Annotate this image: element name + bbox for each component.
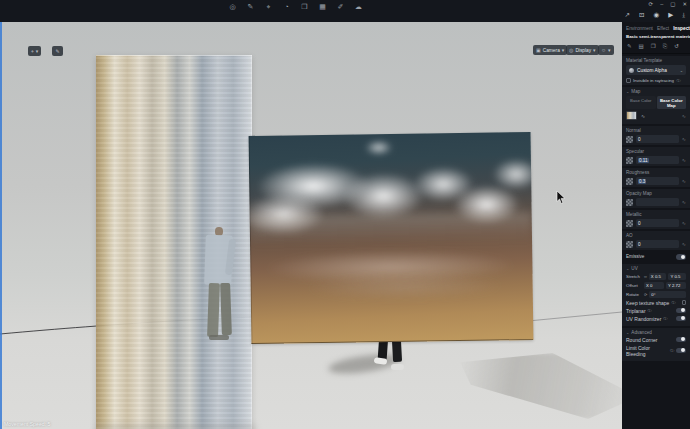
walkthrough-dropdown[interactable]: ☺ ▾ — [598, 45, 614, 55]
map-section-header[interactable]: ⌄ Map — [626, 89, 686, 94]
uv-randomizer-toggle[interactable] — [676, 316, 686, 322]
sync-icon[interactable]: ⟳ — [649, 1, 654, 8]
invisible-raytracing-checkbox[interactable] — [626, 78, 631, 83]
advanced-card: ⌄ Advanced Round Corner Limit Color Blee… — [622, 328, 690, 361]
pen-tool-icon[interactable]: ✎ — [246, 3, 255, 11]
orbit-tool-icon[interactable]: ◔ — [282, 3, 291, 11]
info-icon[interactable]: ⓘ — [648, 308, 652, 313]
stretch-label: Stretch — [626, 274, 642, 279]
tab-environment[interactable]: Environment — [626, 26, 653, 31]
close-button[interactable]: ✕ — [682, 1, 687, 8]
tab-effect[interactable]: Effect — [657, 26, 669, 31]
metallic-value-field[interactable]: 0 — [636, 219, 679, 227]
uv-randomizer-label: UV Randomizer — [626, 316, 661, 322]
minimize-button[interactable]: – — [660, 1, 663, 8]
material-template-dropdown[interactable]: Custom Alpha ⌄ — [626, 65, 686, 75]
uv-header-label: UV — [631, 266, 637, 271]
cloud-sync-icon[interactable]: ☁ — [354, 3, 363, 11]
package-icon[interactable]: ⊡ — [639, 11, 644, 19]
emissive-toggle[interactable] — [676, 254, 686, 260]
info-icon[interactable]: ⓘ — [677, 78, 681, 83]
texture-slot-icon[interactable] — [626, 220, 633, 227]
light-tool-icon[interactable]: ◎ — [228, 3, 237, 11]
material-template-label: Material Template — [626, 58, 686, 63]
render-image-icon[interactable]: ◉ — [653, 11, 659, 19]
picker-icon[interactable]: ✎ — [627, 43, 632, 50]
stretch-x-field[interactable]: X 0.5 — [649, 273, 667, 280]
adjust-icon[interactable]: ∿ — [682, 178, 686, 184]
info-icon[interactable]: ⓘ — [670, 348, 674, 353]
sky-texture-plane[interactable] — [249, 132, 534, 344]
rotate-row: Rotate ⟳ 0° — [626, 291, 686, 298]
copy-tool-icon[interactable]: ❐ — [300, 3, 309, 11]
round-corner-toggle[interactable] — [676, 337, 686, 343]
tab-base-color-map[interactable]: Base Color Map — [657, 96, 687, 109]
adjust-icon[interactable]: ∿ — [682, 113, 686, 119]
specular-label: Specular — [626, 149, 686, 154]
node-link-icon[interactable]: ∿ — [641, 113, 645, 119]
ao-value-field[interactable]: 0 — [636, 240, 679, 248]
limit-color-bleeding-toggle[interactable] — [676, 348, 686, 354]
inspector-panel: Environment Effect Inspector ↯ Basic sem… — [622, 22, 690, 429]
rotate-value-field[interactable]: 0° — [649, 291, 686, 298]
target-tool-icon[interactable]: ⌖ — [264, 3, 273, 11]
adjust-icon[interactable]: ∿ — [682, 136, 686, 142]
specular-slot: Specular 0.11 ∿ — [622, 147, 690, 166]
adjust-icon[interactable]: ∿ — [682, 157, 686, 163]
offset-label: Offset — [626, 283, 642, 288]
export-icon[interactable]: ↗ — [625, 11, 630, 19]
adjust-icon[interactable]: ∿ — [682, 241, 686, 247]
standing-man-figure[interactable] — [196, 227, 252, 359]
texture-slot-icon[interactable] — [626, 136, 633, 143]
edit-mode-button[interactable]: ✎ — [52, 46, 63, 56]
display-dropdown[interactable]: ◎ Display ▾ — [566, 45, 599, 55]
normal-value-field[interactable]: 0 — [636, 135, 679, 143]
display-label: Display — [575, 48, 591, 53]
normal-slot: Normal 0 ∿ — [622, 126, 690, 145]
keep-texture-shape-checkbox[interactable] — [682, 300, 687, 305]
link-icon[interactable]: ∞ — [644, 274, 647, 279]
roughness-value-field[interactable]: 0.3 — [636, 177, 679, 185]
offset-x-field[interactable]: X 0 — [644, 282, 664, 289]
action-icons: ↗ ⊡ ◉ ▶ ⤓ — [625, 11, 685, 19]
texture-slot-icon[interactable] — [626, 157, 633, 164]
opacity-value-field[interactable] — [636, 198, 679, 206]
adjust-icon[interactable]: ∿ — [682, 220, 686, 226]
maximize-button[interactable]: ▢ — [670, 1, 675, 8]
triplanar-toggle[interactable] — [676, 308, 686, 314]
viewport-canvas[interactable]: ⌖ ▾ ✎ ▣ Camera ▾ ◎ Display ▾ ☺ ▾ Movemen… — [0, 22, 622, 429]
advanced-section-header[interactable]: ⌄ Advanced — [626, 330, 686, 335]
figure-leg — [207, 283, 220, 337]
texture-slot-icon[interactable] — [626, 199, 633, 206]
stretch-y-field[interactable]: Y 0.5 — [668, 273, 686, 280]
adjust-icon[interactable]: ∿ — [682, 199, 686, 205]
reset-material-icon[interactable]: ↺ — [674, 43, 679, 50]
info-icon[interactable]: ⓘ — [663, 316, 667, 321]
figure-shoe — [391, 364, 404, 370]
render-video-icon[interactable]: ▶ — [668, 11, 673, 19]
texture-slot-icon[interactable] — [626, 178, 633, 185]
texture-slot-icon[interactable] — [626, 241, 633, 248]
uv-section-header[interactable]: ⌄ UV — [626, 266, 686, 271]
offset-y-field[interactable]: Y 2.72 — [666, 282, 686, 289]
metallic-label: Metallic — [626, 212, 686, 217]
uv-randomizer-row: UV Randomizer ⓘ — [626, 316, 686, 322]
view-gizmo-dropdown[interactable]: ⌖ ▾ — [28, 46, 41, 56]
save-icon[interactable]: ⤓ — [682, 11, 685, 19]
copy-material-icon[interactable]: ❐ — [651, 43, 656, 50]
brush-tool-icon[interactable]: ✐ — [336, 3, 345, 11]
tab-base-color[interactable]: Base Color — [626, 96, 656, 109]
map-card: ⌄ Map Base Color Base Color Map ∿ ∿ — [622, 87, 690, 124]
person-icon: ☺ — [601, 47, 606, 53]
ao-slot: AO 0 ∿ — [622, 231, 690, 250]
camera-dropdown[interactable]: ▣ Camera ▾ — [533, 45, 567, 55]
paste-material-icon[interactable]: ⎘ — [663, 43, 667, 50]
tab-inspector[interactable]: Inspector — [673, 26, 690, 31]
specular-value-field[interactable]: 0.11 — [636, 156, 679, 164]
round-corner-row: Round Corner — [626, 337, 686, 343]
texture-thumbnail[interactable] — [626, 111, 637, 120]
material-tool-icon[interactable]: ▦ — [318, 3, 327, 11]
chevron-down-icon: ▾ — [36, 48, 39, 54]
roller-icon[interactable]: ▤ — [639, 43, 644, 50]
info-icon[interactable]: ⓘ — [671, 300, 675, 305]
